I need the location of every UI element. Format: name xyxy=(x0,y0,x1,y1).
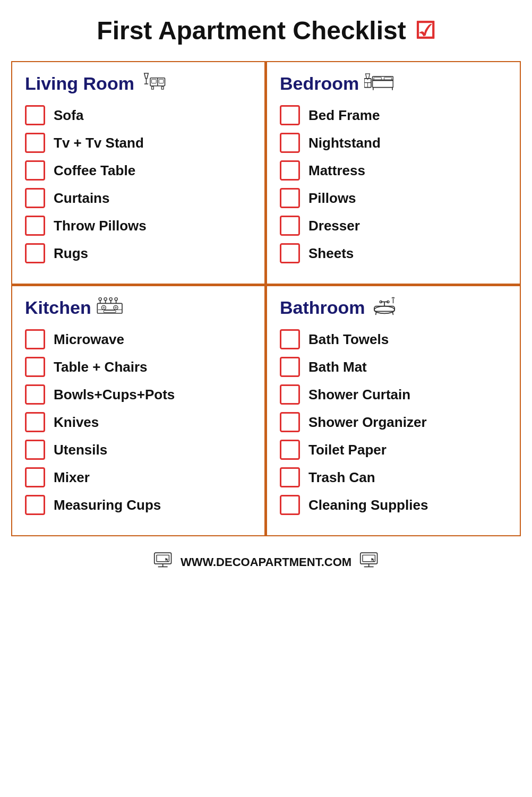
list-item: Shower Curtain xyxy=(280,384,507,405)
footer-url: WWW.DECOAPARTMENT.COM xyxy=(181,555,351,569)
bathroom-checkbox-0[interactable] xyxy=(280,329,300,349)
living-room-label: Living Room xyxy=(25,73,134,94)
bathroom-checkbox-5[interactable] xyxy=(280,467,300,487)
list-item: Throw Pillows xyxy=(25,216,252,236)
list-item: Curtains xyxy=(25,188,252,208)
living-room-icon xyxy=(140,72,166,96)
svg-point-21 xyxy=(101,305,106,310)
svg-marker-48 xyxy=(165,558,168,562)
kitchen-checkbox-1[interactable] xyxy=(25,357,45,377)
living-room-checkbox-3[interactable] xyxy=(25,188,45,208)
list-item: Bath Towels xyxy=(280,329,507,349)
kitchen-item-label-4: Utensils xyxy=(54,442,107,458)
kitchen-checkbox-6[interactable] xyxy=(25,495,45,515)
living-room-checkbox-1[interactable] xyxy=(25,133,45,153)
list-item: Mattress xyxy=(280,160,507,181)
living-room-item-label-5: Rugs xyxy=(54,245,88,262)
living-room-item-label-2: Coffee Table xyxy=(54,162,135,179)
bathroom-label: Bathroom xyxy=(280,297,365,318)
living-room-item-label-4: Throw Pillows xyxy=(54,218,147,234)
footer-icon-right xyxy=(359,551,379,573)
list-item: Shower Organizer xyxy=(280,412,507,432)
kitchen-checkbox-5[interactable] xyxy=(25,467,45,487)
svg-rect-5 xyxy=(151,87,153,89)
kitchen-item-label-2: Bowls+Cups+Pots xyxy=(54,387,175,403)
list-item: Dresser xyxy=(280,216,507,236)
living-room-item-label-3: Curtains xyxy=(54,190,109,207)
bathroom-checkbox-1[interactable] xyxy=(280,357,300,377)
svg-marker-12 xyxy=(366,74,370,79)
living-room-item-label-1: Tv + Tv Stand xyxy=(54,135,144,151)
living-room-checkbox-4[interactable] xyxy=(25,216,45,236)
bathroom-checkbox-6[interactable] xyxy=(280,495,300,515)
kitchen-checkbox-4[interactable] xyxy=(25,440,45,460)
svg-rect-8 xyxy=(159,79,164,83)
svg-rect-20 xyxy=(97,303,122,313)
bathroom-item-label-0: Bath Towels xyxy=(308,331,389,348)
list-item: Coffee Table xyxy=(25,160,252,181)
bathroom-icon xyxy=(371,296,396,320)
bedroom-checkbox-0[interactable] xyxy=(280,105,300,125)
bedroom-header: Bedroom xyxy=(280,72,507,96)
bathroom-item-label-4: Toilet Paper xyxy=(308,442,387,458)
bedroom-checkbox-1[interactable] xyxy=(280,133,300,153)
list-item: Nightstand xyxy=(280,133,507,153)
kitchen-checkbox-3[interactable] xyxy=(25,412,45,432)
living-room-header: Living Room xyxy=(25,72,252,96)
list-item: Tv + Tv Stand xyxy=(25,133,252,153)
list-item: Table + Chairs xyxy=(25,357,252,377)
svg-point-24 xyxy=(115,307,116,308)
bedroom-items: Bed FrameNightstandMattressPillowsDresse… xyxy=(280,105,507,263)
list-item: Bed Frame xyxy=(280,105,507,125)
bathroom-checkbox-2[interactable] xyxy=(280,384,300,405)
list-item: Pillows xyxy=(280,188,507,208)
living-room-checkbox-2[interactable] xyxy=(25,160,45,181)
svg-rect-34 xyxy=(104,311,116,313)
svg-point-40 xyxy=(387,301,389,303)
list-item: Mixer xyxy=(25,467,252,487)
bathroom-checkbox-3[interactable] xyxy=(280,412,300,432)
bedroom-item-label-1: Nightstand xyxy=(308,135,381,151)
svg-rect-14 xyxy=(373,80,393,87)
bedroom-label: Bedroom xyxy=(280,73,359,94)
bedroom-item-label-3: Pillows xyxy=(308,190,356,207)
bedroom-checkbox-5[interactable] xyxy=(280,243,300,263)
bedroom-item-label-4: Dresser xyxy=(308,218,360,234)
svg-point-22 xyxy=(103,307,105,308)
kitchen-item-label-1: Table + Chairs xyxy=(54,359,148,375)
bedroom-checkbox-2[interactable] xyxy=(280,160,300,181)
bathroom-item-label-3: Shower Organizer xyxy=(308,414,427,431)
svg-point-23 xyxy=(114,305,118,310)
living-room-checkbox-0[interactable] xyxy=(25,105,45,125)
bathroom-section: Bathroom xyxy=(266,285,521,536)
kitchen-item-label-3: Knives xyxy=(54,414,99,431)
svg-rect-7 xyxy=(151,79,156,83)
list-item: Bath Mat xyxy=(280,357,507,377)
bathroom-items: Bath TowelsBath MatShower CurtainShower … xyxy=(280,329,507,515)
list-item: Trash Can xyxy=(280,467,507,487)
checklist-grid: Living Room SofaTv + Tv StandCoffee Ta xyxy=(11,61,521,536)
kitchen-checkbox-0[interactable] xyxy=(25,329,45,349)
list-item: Utensils xyxy=(25,440,252,460)
bedroom-checkbox-4[interactable] xyxy=(280,216,300,236)
svg-rect-6 xyxy=(161,87,164,89)
kitchen-item-label-6: Measuring Cups xyxy=(54,497,161,513)
kitchen-checkbox-2[interactable] xyxy=(25,384,45,405)
bedroom-checkbox-3[interactable] xyxy=(280,188,300,208)
bedroom-icon xyxy=(364,72,393,96)
list-item: Rugs xyxy=(25,243,252,263)
bathroom-item-label-1: Bath Mat xyxy=(308,359,367,375)
list-item: Microwave xyxy=(25,329,252,349)
list-item: Toilet Paper xyxy=(280,440,507,460)
living-room-section: Living Room SofaTv + Tv StandCoffee Ta xyxy=(11,61,266,285)
bedroom-item-label-0: Bed Frame xyxy=(308,107,380,124)
page-title: First Apartment Checklist ☑ xyxy=(97,16,435,45)
kitchen-icon xyxy=(97,296,123,320)
bathroom-checkbox-4[interactable] xyxy=(280,440,300,460)
list-item: Sheets xyxy=(280,243,507,263)
kitchen-items: MicrowaveTable + ChairsBowls+Cups+PotsKn… xyxy=(25,329,252,515)
living-room-items: SofaTv + Tv StandCoffee TableCurtainsThr… xyxy=(25,105,252,263)
list-item: Sofa xyxy=(25,105,252,125)
living-room-checkbox-5[interactable] xyxy=(25,243,45,263)
kitchen-label: Kitchen xyxy=(25,297,91,318)
